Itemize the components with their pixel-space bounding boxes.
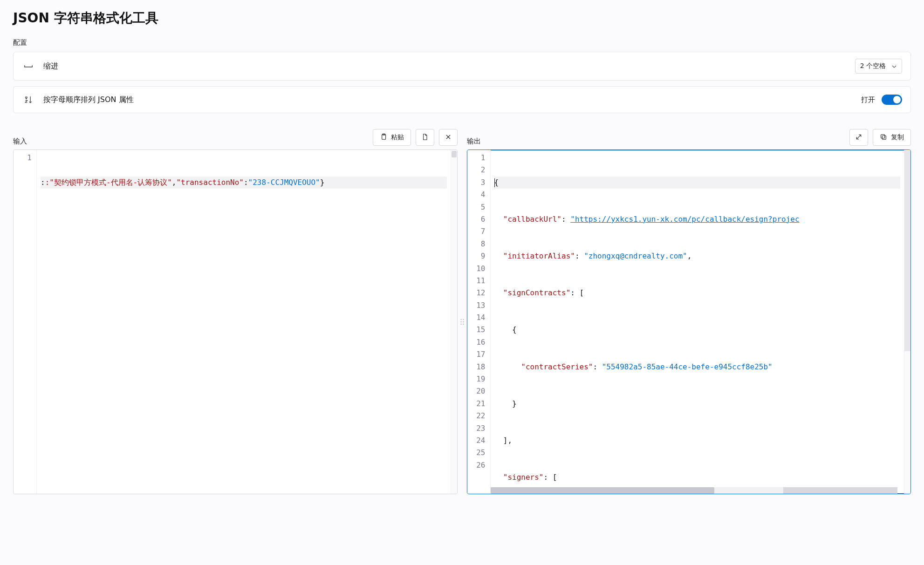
input-minimap[interactable]	[451, 150, 457, 494]
svg-point-8	[460, 324, 461, 325]
input-label: 输入	[13, 137, 27, 146]
svg-point-4	[460, 319, 461, 320]
page-title: JSON 字符串格式化工具	[13, 9, 911, 27]
paste-button[interactable]: 粘贴	[373, 129, 411, 146]
copy-button[interactable]: 复制	[873, 129, 911, 146]
open-file-button[interactable]	[416, 129, 434, 146]
input-editor[interactable]: 1 ::"契约锁甲方模式-代用名-认筹协议","transactionNo":"…	[13, 150, 458, 494]
split-handle[interactable]	[459, 317, 465, 327]
expand-icon	[855, 133, 862, 142]
svg-point-5	[463, 319, 464, 320]
close-icon	[445, 133, 452, 142]
expand-output-button[interactable]	[849, 129, 868, 146]
svg-rect-3	[881, 134, 885, 138]
output-label: 输出	[467, 137, 481, 146]
output-code[interactable]: { "callbackUrl": "https://yxkcs1.yun-xk.…	[491, 150, 904, 494]
input-code[interactable]: ::"契约锁甲方模式-代用名-认筹协议","transactionNo":"23…	[37, 150, 451, 494]
sort-label: 按字母顺序排列 JSON 属性	[43, 95, 134, 105]
sort-toggle-state: 打开	[861, 95, 875, 104]
indent-select[interactable]: 2 个空格	[855, 59, 902, 74]
copy-icon	[880, 133, 887, 142]
input-gutter: 1	[14, 150, 37, 494]
config-indent-row: 缩进 2 个空格	[13, 52, 911, 81]
output-minimap[interactable]	[904, 150, 910, 494]
svg-rect-2	[882, 136, 886, 139]
config-sort-row: 按字母顺序排列 JSON 属性 打开	[13, 86, 911, 113]
config-section-label: 配置	[13, 38, 911, 47]
output-gutter: 1234567891011121314151617181920212223242…	[467, 150, 491, 494]
sort-toggle[interactable]	[882, 95, 902, 105]
sort-alpha-icon	[22, 93, 35, 106]
indent-selected-value: 2 个空格	[860, 62, 886, 70]
svg-point-9	[463, 324, 464, 325]
indent-label: 缩进	[43, 61, 58, 71]
clear-input-button[interactable]	[439, 129, 458, 146]
output-horizontal-scrollbar[interactable]	[491, 487, 898, 494]
paste-button-label: 粘贴	[391, 133, 404, 142]
svg-point-7	[463, 321, 464, 322]
output-editor[interactable]: 1234567891011121314151617181920212223242…	[467, 150, 911, 494]
spacebar-icon	[22, 60, 35, 73]
file-icon	[421, 133, 429, 142]
svg-point-6	[460, 321, 461, 322]
clipboard-icon	[380, 133, 387, 142]
chevron-down-icon	[891, 63, 897, 69]
copy-button-label: 复制	[891, 133, 904, 142]
